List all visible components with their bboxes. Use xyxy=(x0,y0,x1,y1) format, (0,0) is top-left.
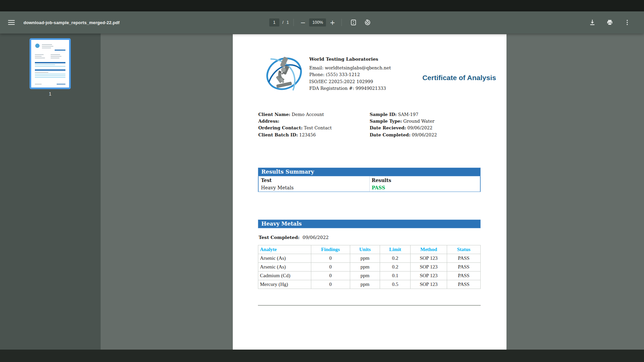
results-summary-table: Test Results Heavy Metals PASS xyxy=(258,176,481,192)
company-iso: ISO/IEC 22025:2022 102999 xyxy=(309,78,391,85)
pdf-toolbar: download-job-sample_reports_merged-22.pd… xyxy=(0,11,644,34)
zoom-level-display[interactable]: 100% xyxy=(309,18,326,26)
company-email: Email: worldtetsinglabs@qbench.net xyxy=(309,65,391,72)
analyte-cell: Mercury (Hg) xyxy=(258,280,311,289)
toolbar-divider xyxy=(341,19,342,26)
summary-test-name: Heavy Metals xyxy=(259,185,369,190)
company-info-block: World Testing Laboratories Email: worldt… xyxy=(309,56,391,92)
download-icon[interactable] xyxy=(588,18,597,27)
document-scroll-area[interactable]: World Testing Laboratories Email: worldt… xyxy=(101,34,644,350)
analyte-cell: SOP 123 xyxy=(411,263,447,272)
viewer-content: 1 xyxy=(0,34,644,350)
thumbnail-sidebar[interactable]: 1 xyxy=(0,34,101,350)
analyte-cell: ppm xyxy=(350,272,380,280)
document-filename: download-job-sample_reports_merged-22.pd… xyxy=(23,20,120,25)
thumbnail-page-preview xyxy=(31,40,69,87)
field-label: Date Completed: xyxy=(370,132,411,137)
test-completed-line: Test Completed:09/06/2022 xyxy=(259,235,329,240)
col-findings: Findings xyxy=(311,245,350,254)
client-info-left: Client Name:Demo Account Address: Orderi… xyxy=(258,112,332,139)
page-number-input[interactable] xyxy=(269,18,279,26)
column-divider xyxy=(369,176,370,191)
company-phone: Phone: (555) 333-1212 xyxy=(309,71,391,78)
document-title: Certificate of Analysis xyxy=(422,74,496,82)
col-method: Method xyxy=(411,245,447,254)
company-name: World Testing Laboratories xyxy=(309,56,391,63)
analyte-cell: PASS xyxy=(447,280,480,289)
analyte-cell: ppm xyxy=(350,280,380,289)
col-limit: Limit xyxy=(380,245,411,254)
pdf-page: World Testing Laboratories Email: worldt… xyxy=(233,34,506,350)
results-summary-section: Results Summary Test Results Heavy Metal… xyxy=(258,168,481,192)
page-separator: / xyxy=(282,20,283,25)
field-label: Address: xyxy=(258,119,279,124)
more-options-icon[interactable] xyxy=(623,18,632,27)
field-label: Client Batch ID: xyxy=(258,132,298,137)
analyte-cell: SOP 123 xyxy=(411,272,447,280)
analyte-cell: SOP 123 xyxy=(411,254,447,263)
client-info-right: Sample ID:SAM-197 Sample Type:Ground Wat… xyxy=(370,112,437,139)
zoom-out-button[interactable]: − xyxy=(299,18,307,27)
test-completed-label: Test Completed: xyxy=(259,235,300,240)
col-analyte: Analyte xyxy=(258,245,311,254)
analyte-cell: SOP 123 xyxy=(411,280,447,289)
print-icon[interactable] xyxy=(605,18,614,27)
analyte-row: Cadmium (Cd) 0 ppm 0.1 SOP 123 PASS xyxy=(258,272,481,280)
analyte-results-table: Analyte Findings Units Limit Method Stat… xyxy=(258,245,481,289)
analyte-cell: 0 xyxy=(311,254,350,263)
company-fda: FDA Registration #: 99949021333 xyxy=(309,85,391,92)
thumbnail-page-number: 1 xyxy=(30,91,71,97)
analyte-cell: PASS xyxy=(447,272,480,280)
field-value: 09/06/2022 xyxy=(412,132,437,137)
analyte-cell: ppm xyxy=(350,263,380,272)
field-value: Ground Water xyxy=(403,119,434,124)
field-label: Client Name: xyxy=(258,112,290,117)
results-summary-heading: Results Summary xyxy=(258,168,481,176)
analyte-cell: 0.2 xyxy=(380,263,411,272)
fit-to-page-icon[interactable] xyxy=(349,18,358,27)
analyte-header-row: Analyte Findings Units Limit Method Stat… xyxy=(258,245,481,254)
heavy-metals-heading: Heavy Metals xyxy=(258,220,481,228)
pdf-viewer-window: download-job-sample_reports_merged-22.pd… xyxy=(0,0,644,362)
browser-bottom-bar xyxy=(0,350,644,362)
field-value: 09/06/2022 xyxy=(407,125,432,130)
toolbar-divider xyxy=(293,19,294,26)
field-value: Demo Account xyxy=(292,112,324,117)
analyte-row: Arsenic (As) 0 ppm 0.2 SOP 123 PASS xyxy=(258,263,481,272)
toolbar-center-group: / 1 − 100% + xyxy=(269,18,375,27)
analyte-cell: PASS xyxy=(447,263,480,272)
analyte-cell: 0 xyxy=(311,272,350,280)
browser-top-bar xyxy=(0,0,644,11)
rotate-counterclockwise-icon[interactable] xyxy=(363,18,372,27)
field-label: Date Recieved: xyxy=(370,125,406,130)
summary-col-test: Test xyxy=(259,178,369,183)
analyte-cell: 0.5 xyxy=(380,280,411,289)
heavy-metals-section: Heavy Metals xyxy=(258,220,481,228)
summary-result-status: PASS xyxy=(369,185,480,190)
analyte-cell: Arsenic (As) xyxy=(258,254,311,263)
analyte-cell: 0.2 xyxy=(380,254,411,263)
field-value: Test Contact xyxy=(304,125,332,130)
analyte-cell: 0 xyxy=(311,280,350,289)
analyte-cell: 0 xyxy=(311,263,350,272)
col-status: Status xyxy=(447,245,480,254)
field-label: Sample ID: xyxy=(370,112,397,117)
page-1-thumbnail[interactable] xyxy=(30,38,71,89)
test-completed-value: 09/06/2022 xyxy=(303,235,329,240)
summary-col-results: Results xyxy=(369,178,480,183)
field-value: 123456 xyxy=(299,132,316,137)
menu-icon[interactable] xyxy=(8,20,15,25)
analyte-cell: Cadmium (Cd) xyxy=(258,272,311,280)
company-logo-microscope-globe xyxy=(264,50,304,97)
field-value: SAM-197 xyxy=(398,112,419,117)
analyte-cell: PASS xyxy=(447,254,480,263)
analyte-cell: 0.1 xyxy=(380,272,411,280)
field-label: Ordering Contact: xyxy=(258,125,303,130)
zoom-in-button[interactable]: + xyxy=(328,18,337,27)
analyte-cell: Arsenic (As) xyxy=(258,263,311,272)
col-units: Units xyxy=(350,245,380,254)
toolbar-left-group: download-job-sample_reports_merged-22.pd… xyxy=(0,20,120,25)
analyte-row: Arsenic (As) 0 ppm 0.2 SOP 123 PASS xyxy=(258,254,481,263)
analyte-row: Mercury (Hg) 0 ppm 0.5 SOP 123 PASS xyxy=(258,280,481,289)
toolbar-right-group xyxy=(584,18,644,27)
